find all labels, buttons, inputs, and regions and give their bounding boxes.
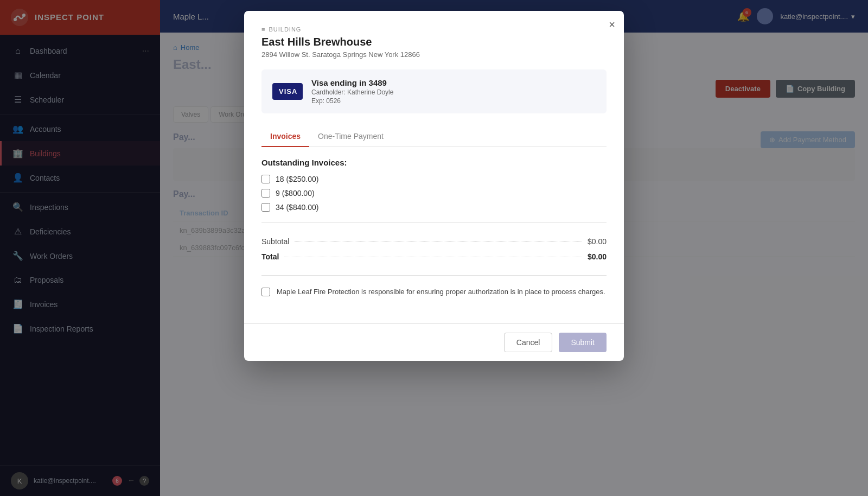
building-label-text: BUILDING bbox=[269, 26, 301, 33]
total-row: Total $0.00 bbox=[261, 249, 607, 264]
modal-divider-2 bbox=[261, 275, 607, 276]
card-info: Visa ending in 3489 Cardholder: Katherin… bbox=[311, 78, 393, 105]
invoice-checkbox-9[interactable] bbox=[261, 189, 270, 198]
card-title: Visa ending in 3489 bbox=[311, 78, 393, 87]
card-cardholder: Cardholder: Katherine Doyle bbox=[311, 88, 393, 96]
invoice-checkbox-18[interactable] bbox=[261, 175, 270, 183]
modal-building-label: ≡ BUILDING bbox=[261, 26, 607, 33]
outstanding-invoices-title: Outstanding Invoices: bbox=[261, 158, 607, 167]
card-expiry: Exp: 0526 bbox=[311, 97, 393, 105]
invoice-label-34: 34 ($840.00) bbox=[276, 203, 318, 212]
tab-invoices[interactable]: Invoices bbox=[261, 126, 309, 147]
invoice-label-18: 18 ($250.00) bbox=[276, 175, 318, 183]
tab-one-time-payment[interactable]: One-Time Payment bbox=[309, 126, 392, 147]
auth-row: Maple Leaf Fire Protection is responsibl… bbox=[261, 287, 607, 297]
visa-badge: VISA bbox=[272, 83, 303, 100]
auth-checkbox[interactable] bbox=[261, 288, 270, 296]
modal-body: ≡ BUILDING East Hills Brewhouse 2894 Wil… bbox=[244, 11, 624, 323]
modal-tabs: Invoices One-Time Payment bbox=[261, 126, 607, 147]
total-value: $0.00 bbox=[588, 252, 607, 261]
subtotal-value: $0.00 bbox=[588, 237, 607, 246]
submit-button[interactable]: Submit bbox=[559, 333, 607, 352]
dotted-line-2 bbox=[284, 257, 582, 257]
modal-overlay: × ≡ BUILDING East Hills Brewhouse 2894 W… bbox=[0, 0, 868, 496]
auth-text: Maple Leaf Fire Protection is responsibl… bbox=[277, 287, 605, 297]
cancel-button[interactable]: Cancel bbox=[504, 333, 553, 352]
total-label: Total bbox=[261, 252, 279, 261]
app-wrapper: INSPECT POINT ⌂ Dashboard ··· ▦ Calendar… bbox=[0, 0, 868, 496]
modal-building-address: 2894 Willow St. Saratoga Springs New Yor… bbox=[261, 50, 607, 59]
modal-close-button[interactable]: × bbox=[609, 18, 615, 31]
payment-modal: × ≡ BUILDING East Hills Brewhouse 2894 W… bbox=[244, 11, 624, 361]
card-row: VISA Visa ending in 3489 Cardholder: Kat… bbox=[261, 69, 607, 113]
invoice-item-18: 18 ($250.00) bbox=[261, 175, 607, 183]
close-icon: × bbox=[609, 18, 615, 30]
dotted-line-1 bbox=[295, 241, 582, 242]
invoice-item-34: 34 ($840.00) bbox=[261, 203, 607, 212]
invoice-label-9: 9 ($800.00) bbox=[276, 189, 315, 198]
subtotal-row: Subtotal $0.00 bbox=[261, 234, 607, 249]
modal-divider-1 bbox=[261, 222, 607, 223]
invoice-checkbox-34[interactable] bbox=[261, 203, 270, 212]
modal-building-name: East Hills Brewhouse bbox=[261, 36, 607, 48]
building-grid-icon: ≡ bbox=[261, 26, 265, 33]
modal-footer: Cancel Submit bbox=[244, 323, 624, 361]
subtotal-label: Subtotal bbox=[261, 237, 289, 246]
invoice-item-9: 9 ($800.00) bbox=[261, 189, 607, 198]
